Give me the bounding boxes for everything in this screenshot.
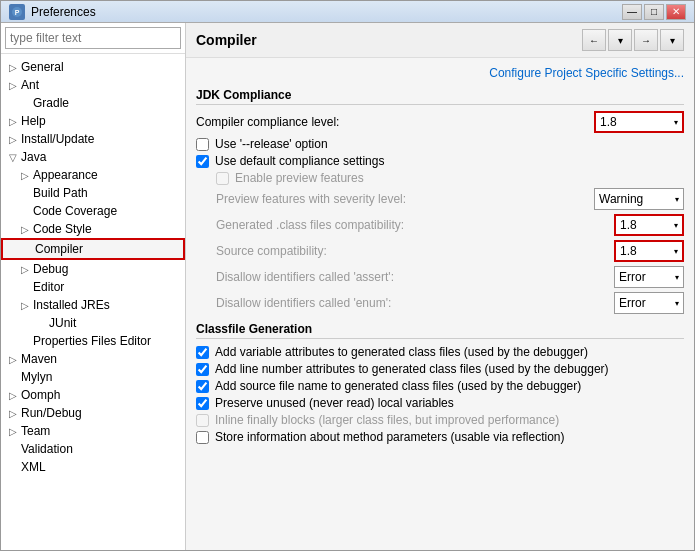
sidebar-item-help[interactable]: ▷ Help xyxy=(1,112,185,130)
expand-icon xyxy=(5,441,21,457)
sidebar-item-xml[interactable]: XML xyxy=(1,458,185,476)
expand-icon: ▷ xyxy=(17,261,33,277)
disallow-assert-row: Disallow identifiers called 'assert': Er… xyxy=(216,266,684,288)
sidebar-item-code-coverage[interactable]: Code Coverage xyxy=(1,202,185,220)
main-content: ▷ General ▷ Ant Gradle ▷ Help ▷ Inst xyxy=(1,23,694,550)
sidebar-item-debug[interactable]: ▷ Debug xyxy=(1,260,185,278)
panel-header: Compiler ← ▾ → ▾ xyxy=(186,23,694,58)
search-input[interactable] xyxy=(5,27,181,49)
sidebar-item-java[interactable]: ▽ Java xyxy=(1,148,185,166)
generated-compat-row: Generated .class files compatibility: 1.… xyxy=(216,214,684,236)
sidebar-item-validation[interactable]: Validation xyxy=(1,440,185,458)
generated-compat-label: Generated .class files compatibility: xyxy=(216,218,614,232)
expand-icon xyxy=(17,203,33,219)
enable-preview-label: Enable preview features xyxy=(235,171,364,185)
expand-icon xyxy=(17,279,33,295)
title-bar: P Preferences — □ ✕ xyxy=(1,1,694,23)
enable-preview-checkbox[interactable] xyxy=(216,172,229,185)
checkbox6[interactable] xyxy=(196,431,209,444)
sidebar-item-gradle[interactable]: Gradle xyxy=(1,94,185,112)
expand-icon: ▷ xyxy=(17,167,33,183)
expand-icon: ▷ xyxy=(5,131,21,147)
sidebar-item-compiler[interactable]: Compiler xyxy=(1,238,185,260)
disallow-enum-label: Disallow identifiers called 'enum': xyxy=(216,296,614,310)
checkbox1-row: Add variable attributes to generated cla… xyxy=(196,345,684,359)
sidebar-item-build-path[interactable]: Build Path xyxy=(1,184,185,202)
preview-severity-row: Preview features with severity level: Wa… xyxy=(216,188,684,210)
disallow-assert-label: Disallow identifiers called 'assert': xyxy=(216,270,614,284)
close-button[interactable]: ✕ xyxy=(666,4,686,20)
disallow-assert-dropdown[interactable]: Error ▾ xyxy=(614,266,684,288)
sidebar-item-junit[interactable]: JUnit xyxy=(1,314,185,332)
use-default-label: Use default compliance settings xyxy=(215,154,384,168)
checkbox3[interactable] xyxy=(196,380,209,393)
checkbox6-label: Store information about method parameter… xyxy=(215,430,565,444)
checkbox3-row: Add source file name to generated class … xyxy=(196,379,684,393)
nav-back-dropdown[interactable]: ▾ xyxy=(608,29,632,51)
generated-compat-dropdown[interactable]: 1.8 ▾ xyxy=(614,214,684,236)
checkbox5[interactable] xyxy=(196,414,209,427)
nav-forward-dropdown[interactable]: ▾ xyxy=(660,29,684,51)
right-panel: Compiler ← ▾ → ▾ Configure Project Speci… xyxy=(186,23,694,550)
compliance-level-dropdown[interactable]: 1.8 ▾ xyxy=(594,111,684,133)
configure-project-link[interactable]: Configure Project Specific Settings... xyxy=(489,66,684,80)
jdk-compliance-header: JDK Compliance xyxy=(196,88,684,105)
checkbox5-label: Inline finally blocks (larger class file… xyxy=(215,413,559,427)
source-compat-dropdown[interactable]: 1.8 ▾ xyxy=(614,240,684,262)
sidebar-item-ant[interactable]: ▷ Ant xyxy=(1,76,185,94)
checkbox2-label: Add line number attributes to generated … xyxy=(215,362,609,376)
checkbox3-label: Add source file name to generated class … xyxy=(215,379,581,393)
sidebar-item-appearance[interactable]: ▷ Appearance xyxy=(1,166,185,184)
enable-preview-row: Enable preview features xyxy=(216,171,684,185)
preview-severity-value: Warning xyxy=(599,192,643,206)
tree: ▷ General ▷ Ant Gradle ▷ Help ▷ Inst xyxy=(1,54,185,550)
checkbox4-label: Preserve unused (never read) local varia… xyxy=(215,396,454,410)
configure-link-row: Configure Project Specific Settings... xyxy=(196,66,684,80)
panel-title: Compiler xyxy=(196,32,257,48)
expand-icon: ▷ xyxy=(5,423,21,439)
expand-icon: ▷ xyxy=(17,221,33,237)
sidebar-item-properties-files-editor[interactable]: Properties Files Editor xyxy=(1,332,185,350)
expand-icon: ▷ xyxy=(5,77,21,93)
disallow-enum-value: Error xyxy=(619,296,646,310)
compliance-level-value: 1.8 xyxy=(600,115,617,129)
maximize-button[interactable]: □ xyxy=(644,4,664,20)
nav-back-button[interactable]: ← xyxy=(582,29,606,51)
sidebar-item-installed-jres[interactable]: ▷ Installed JREs xyxy=(1,296,185,314)
disallow-enum-dropdown[interactable]: Error ▾ xyxy=(614,292,684,314)
expand-icon: ▽ xyxy=(5,149,21,165)
sidebar-item-maven[interactable]: ▷ Maven xyxy=(1,350,185,368)
chevron-down-icon: ▾ xyxy=(675,299,679,308)
svg-text:P: P xyxy=(15,9,20,16)
sidebar-item-code-style[interactable]: ▷ Code Style xyxy=(1,220,185,238)
chevron-down-icon: ▾ xyxy=(674,247,678,256)
sidebar-item-editor[interactable]: Editor xyxy=(1,278,185,296)
use-default-checkbox[interactable] xyxy=(196,155,209,168)
expand-icon xyxy=(33,315,49,331)
expand-icon xyxy=(17,185,33,201)
checkbox4[interactable] xyxy=(196,397,209,410)
generated-compat-value: 1.8 xyxy=(620,218,637,232)
expand-icon: ▷ xyxy=(5,351,21,367)
checkbox1[interactable] xyxy=(196,346,209,359)
sidebar: ▷ General ▷ Ant Gradle ▷ Help ▷ Inst xyxy=(1,23,186,550)
expand-icon xyxy=(17,333,33,349)
checkbox2[interactable] xyxy=(196,363,209,376)
nav-forward-button[interactable]: → xyxy=(634,29,658,51)
disallow-enum-row: Disallow identifiers called 'enum': Erro… xyxy=(216,292,684,314)
sidebar-item-run-debug[interactable]: ▷ Run/Debug xyxy=(1,404,185,422)
sidebar-item-team[interactable]: ▷ Team xyxy=(1,422,185,440)
expand-icon xyxy=(17,95,33,111)
minimize-button[interactable]: — xyxy=(622,4,642,20)
use-release-checkbox[interactable] xyxy=(196,138,209,151)
expand-icon: ▷ xyxy=(5,113,21,129)
preview-severity-dropdown[interactable]: Warning ▾ xyxy=(594,188,684,210)
sidebar-item-oomph[interactable]: ▷ Oomph xyxy=(1,386,185,404)
checkbox2-row: Add line number attributes to generated … xyxy=(196,362,684,376)
expand-icon: ▷ xyxy=(17,297,33,313)
sidebar-item-general[interactable]: ▷ General xyxy=(1,58,185,76)
sidebar-item-mylyn[interactable]: Mylyn xyxy=(1,368,185,386)
preview-severity-label: Preview features with severity level: xyxy=(216,192,594,206)
sidebar-item-install-update[interactable]: ▷ Install/Update xyxy=(1,130,185,148)
source-compat-value: 1.8 xyxy=(620,244,637,258)
